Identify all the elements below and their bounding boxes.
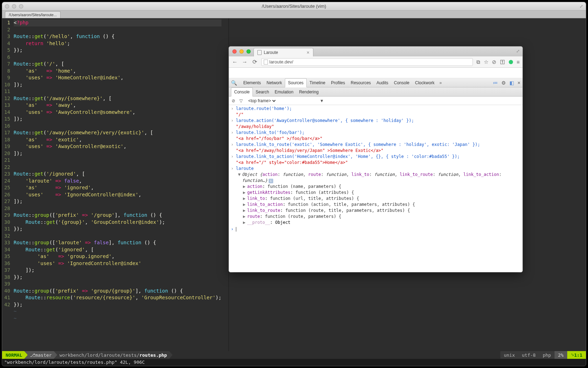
- file-type: php: [539, 351, 554, 359]
- settings-gear-icon[interactable]: ⚙: [501, 80, 506, 86]
- extension-dot-icon[interactable]: [509, 60, 513, 64]
- chrome-close-button[interactable]: [232, 49, 237, 54]
- minimize-window-button[interactable]: [12, 4, 16, 8]
- devtools-tab-audits[interactable]: Audits: [374, 79, 391, 87]
- forward-button[interactable]: →: [242, 59, 248, 65]
- window-title: /Users/aaron/Sites/laroute (vim): [2, 4, 586, 9]
- clear-console-icon[interactable]: ⊘: [232, 98, 235, 103]
- right-editor-area: Laroute × ⤢ ← → ⟳ laroute.dev/ ⧉ ☆: [229, 18, 586, 351]
- key-icon[interactable]: ⚿: [500, 59, 505, 65]
- vim-command-line: "workbench/lord/laroute/tests/routes.php…: [2, 359, 586, 366]
- editor-file-tab[interactable]: /Users/aaron/Sites/laroute...: [5, 11, 61, 18]
- devtools-tab-clockwork[interactable]: Clockwork: [412, 79, 437, 87]
- devtools-tab-bar: 🔍 ElementsNetworkSourcesTimelineProfiles…: [229, 78, 523, 87]
- editor-tab-strip: /Users/aaron/Sites/laroute...: [2, 11, 586, 18]
- block-icon[interactable]: ⊘: [492, 59, 496, 65]
- inspect-icon[interactable]: 🔍: [231, 80, 237, 86]
- devtools-panel: 🔍 ElementsNetworkSourcesTimelineProfiles…: [229, 78, 523, 272]
- page-viewport: [229, 68, 523, 78]
- chrome-browser-window: Laroute × ⤢ ← → ⟳ laroute.dev/ ⧉ ☆: [229, 47, 523, 272]
- devtools-tab-elements[interactable]: Elements: [240, 79, 264, 87]
- file-path: workbench/lord/laroute/tests/routes.php: [54, 351, 173, 359]
- macos-titlebar: /Users/aaron/Sites/laroute (vim) ⤢: [2, 2, 586, 11]
- console-output[interactable]: ›laroute.route('home'); "/"›laroute.acti…: [229, 105, 523, 272]
- site-icon: [264, 60, 268, 65]
- cursor-position: ␊ 1:1: [567, 351, 586, 359]
- drawer-tab-emulation[interactable]: Emulation: [272, 88, 296, 96]
- devtools-tab-profiles[interactable]: Profiles: [328, 79, 348, 87]
- chrome-fullscreen-icon[interactable]: ⤢: [516, 49, 520, 54]
- devtools-close-icon[interactable]: ×: [518, 80, 520, 86]
- reload-button[interactable]: ⟳: [251, 59, 258, 65]
- url-text: laroute.dev/: [269, 59, 293, 65]
- chrome-zoom-button[interactable]: [246, 49, 251, 54]
- page-icon: [257, 50, 262, 55]
- fullscreen-icon[interactable]: ⤢: [580, 4, 583, 9]
- tab-close-icon[interactable]: ×: [307, 50, 309, 55]
- devtools-drawer-tabs: ConsoleSearchEmulationRendering: [229, 87, 523, 97]
- drawer-toggle-icon[interactable]: ≔: [493, 80, 498, 86]
- git-branch: ⎇ master: [24, 351, 57, 359]
- browser-tab-title: Laroute: [264, 50, 278, 55]
- line-number-gutter: 1234567891011121314151617181920212223242…: [2, 18, 12, 351]
- zoom-window-button[interactable]: [19, 4, 23, 8]
- chrome-toolbar: ← → ⟳ laroute.dev/ ⧉ ☆ ⊘ ⚿ ≡: [229, 56, 523, 68]
- chrome-menu-icon[interactable]: ≡: [517, 59, 520, 65]
- console-prompt[interactable]: ›: [229, 226, 523, 233]
- back-button[interactable]: ←: [232, 59, 238, 65]
- address-bar[interactable]: laroute.dev/: [261, 58, 473, 66]
- chrome-minimize-button[interactable]: [239, 49, 244, 54]
- file-format: unix: [500, 351, 518, 359]
- console-filter-bar: ⊘ ▽ <top frame> ▼: [229, 97, 523, 105]
- overflow-icon[interactable]: »: [438, 80, 442, 85]
- browser-tab[interactable]: Laroute ×: [254, 48, 313, 56]
- devtools-tab-timeline[interactable]: Timeline: [307, 79, 328, 87]
- filter-icon[interactable]: ▽: [239, 98, 243, 103]
- star-icon[interactable]: ☆: [484, 59, 488, 65]
- dock-icon[interactable]: ◧: [509, 80, 514, 86]
- chrome-tab-strip: Laroute × ⤢: [229, 47, 523, 56]
- drawer-tab-rendering[interactable]: Rendering: [296, 88, 321, 96]
- close-window-button[interactable]: [5, 4, 9, 8]
- vim-status-bar: NORMAL ⎇ master workbench/lord/laroute/t…: [2, 351, 586, 359]
- drawer-tab-console[interactable]: Console: [231, 87, 253, 97]
- code-editor-pane[interactable]: 1234567891011121314151617181920212223242…: [2, 18, 229, 351]
- scroll-percent: 2%: [555, 351, 567, 359]
- vim-mode: NORMAL: [2, 351, 28, 359]
- drawer-tab-search[interactable]: Search: [253, 88, 272, 96]
- file-encoding: utf-8: [518, 351, 539, 359]
- devtools-tab-network[interactable]: Network: [264, 79, 285, 87]
- bookmark-tabs-icon[interactable]: ⧉: [476, 59, 480, 65]
- dropdown-arrow-icon[interactable]: ▼: [320, 98, 324, 103]
- devtools-tab-resources[interactable]: Resources: [348, 79, 374, 87]
- frame-selector[interactable]: <top frame>: [247, 98, 277, 104]
- code-text[interactable]: <?php Route::get('/hello', function () {…: [12, 18, 223, 351]
- devtools-tab-sources[interactable]: Sources: [285, 78, 307, 87]
- devtools-tab-console[interactable]: Console: [391, 79, 412, 87]
